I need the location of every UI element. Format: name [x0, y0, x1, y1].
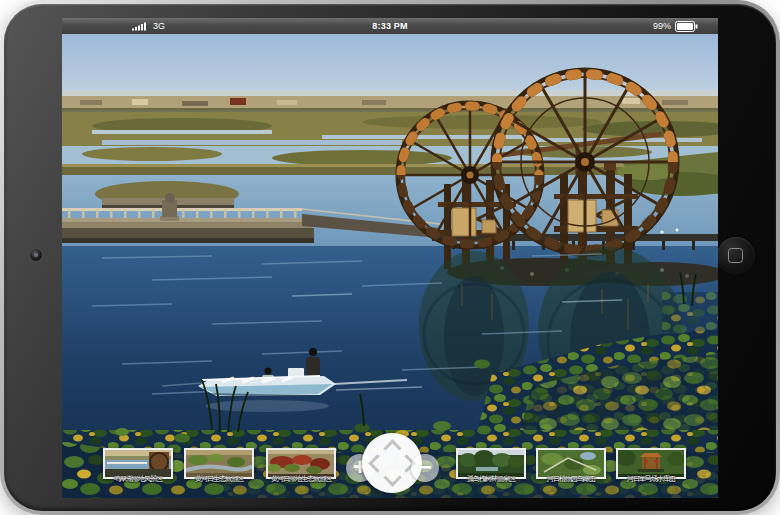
thumbnail-estuary-tourism[interactable]: [184, 448, 254, 479]
home-button[interactable]: [717, 237, 755, 275]
battery-percent-label: 99%: [653, 21, 671, 31]
panorama-view[interactable]: 鸣翠湖湿地风景区 黄河口生态旅游区 黄河口湿地生态旅游区 孤岛槐树林温泉区 河口…: [62, 34, 718, 498]
home-button-icon: [728, 248, 743, 263]
front-camera-icon: [30, 249, 42, 261]
pan-up-icon[interactable]: [383, 439, 401, 457]
thumbnail-horse-farm[interactable]: [616, 448, 686, 479]
status-bar: 3G 8:33 PM 99%: [62, 18, 718, 34]
right-waterwheel: [493, 70, 677, 254]
thumbnail-wetland-eco[interactable]: [266, 448, 336, 479]
thumbnail-botanical-garden[interactable]: [536, 448, 606, 479]
clock-label: 8:33 PM: [62, 21, 718, 31]
wetland-bands: [62, 112, 718, 178]
tablet-frame: 3G 8:33 PM 99%: [0, 0, 780, 515]
pan-left-icon[interactable]: [368, 454, 386, 472]
zoom-out-button[interactable]: −: [411, 454, 439, 482]
thumbnail-mingcui-lake[interactable]: [103, 448, 173, 479]
pan-down-icon[interactable]: [383, 468, 401, 486]
panorama-scene-art: [62, 34, 718, 498]
battery-icon: [675, 21, 698, 32]
thumbnail-locust-forest[interactable]: [456, 448, 526, 479]
screenshot-stage: 3G 8:33 PM 99%: [0, 0, 780, 515]
screen: 3G 8:33 PM 99%: [62, 18, 718, 498]
